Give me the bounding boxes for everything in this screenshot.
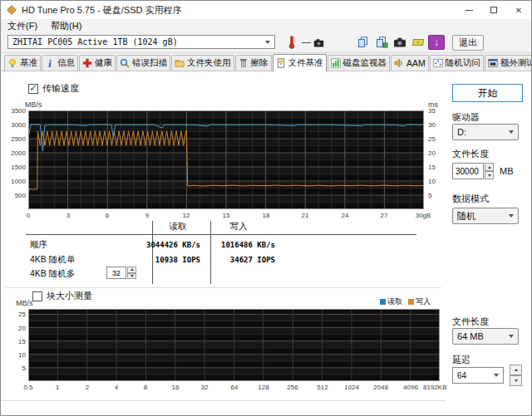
tab-label: 基准 xyxy=(20,57,37,69)
tab-file-benchmark[interactable]: 文件基准 xyxy=(273,54,327,71)
tab-label: AAM xyxy=(406,58,426,68)
chevron-down-icon xyxy=(509,214,514,218)
legend-item-read: 读取 xyxy=(380,296,402,307)
error-scan-icon xyxy=(120,58,130,68)
copy-pages-plus-button[interactable] xyxy=(373,35,390,50)
copy-pages-button[interactable] xyxy=(355,35,372,50)
arrow-up-icon xyxy=(131,268,134,271)
transfer-speed-chart xyxy=(28,110,425,210)
start-button[interactable]: 开始 xyxy=(452,84,523,102)
spin-up-button[interactable] xyxy=(485,163,494,171)
tab-error-scan[interactable]: 错误扫描 xyxy=(116,55,170,71)
x-axis-tick: 0 xyxy=(27,212,30,219)
data-mode-dropdown[interactable]: 随机 xyxy=(452,208,519,224)
x-axis-tick: 3 xyxy=(66,212,70,219)
result-row-label: 4KB 随机多 xyxy=(30,268,75,280)
x-axis-tick: 128 xyxy=(258,384,268,391)
camera-small-icon xyxy=(313,37,324,51)
chevron-down-icon xyxy=(265,41,270,44)
table-divider xyxy=(152,221,153,284)
chevron-down-icon xyxy=(509,130,514,134)
benchmark-icon xyxy=(7,58,17,68)
close-button[interactable]: ✕ xyxy=(506,1,531,19)
spin-up-button[interactable] xyxy=(510,365,522,375)
titlebar: HD Tune Pro 5.75 - 硬盘/SSD 实用程序 ✕ xyxy=(1,1,531,19)
tab-label: 错误扫描 xyxy=(132,57,167,69)
download-button[interactable]: ↓ xyxy=(428,35,445,50)
latency-combo[interactable]: 64 xyxy=(452,367,504,384)
menu-item-1[interactable]: 帮助(H) xyxy=(44,20,88,32)
random-access-icon xyxy=(433,58,443,68)
result-read-value: 10938 IOPS xyxy=(101,256,200,264)
file-length2-value: 64 MB xyxy=(457,331,484,341)
result-row-label: 顺序 xyxy=(30,239,47,251)
drive-dropdown[interactable]: D: xyxy=(452,124,519,140)
tab-benchmark[interactable]: 基准 xyxy=(4,55,41,71)
results-col-header-read: 读取 xyxy=(152,221,204,232)
latency-label: 延迟 xyxy=(452,354,470,366)
download-icon: ↓ xyxy=(434,37,439,47)
tab-erase[interactable]: 擦除 xyxy=(235,55,272,71)
copy-pages-icon xyxy=(357,37,370,48)
legend-label: 写入 xyxy=(416,296,431,307)
app-icon xyxy=(6,4,17,16)
drive-select-value: ZHITAI PC005 Active 1TB (1024 gB) xyxy=(12,37,178,46)
left-axis-tick: 2000 xyxy=(4,149,26,157)
folder-usage-icon xyxy=(175,58,185,68)
minimize-button[interactable] xyxy=(456,1,481,19)
queue-depth-value[interactable]: 32 xyxy=(106,267,126,279)
toolbar: ZHITAI PC005 Active 1TB (1024 gB) — ↓ 退出 xyxy=(1,33,531,53)
x-axis-tick: 32 xyxy=(201,384,209,391)
extra-tests-icon xyxy=(488,58,498,68)
tab-random-access[interactable]: 随机访问 xyxy=(430,55,484,71)
menubar: 文件(F)帮助(H) xyxy=(1,19,531,33)
drive-select-dropdown[interactable]: ZHITAI PC005 Active 1TB (1024 gB) xyxy=(7,35,275,49)
block-size-toggle: 块大小测量 xyxy=(32,290,92,302)
x-axis-tick: 2 xyxy=(86,384,89,391)
tab-health[interactable]: 健康 xyxy=(79,55,116,71)
spin-down-button[interactable] xyxy=(127,273,136,280)
x-axis-tick: 64 xyxy=(231,384,239,391)
x-axis-tick: 512 xyxy=(317,384,328,391)
x-axis-tick: 1 xyxy=(56,384,59,391)
window-title: HD Tune Pro 5.75 - 硬盘/SSD 实用程序 xyxy=(22,4,182,17)
camera-button[interactable] xyxy=(392,35,408,50)
tab-label: 信息 xyxy=(57,57,75,69)
arrow-down-icon xyxy=(515,379,518,382)
info-icon: i xyxy=(45,58,55,68)
spin-down-button[interactable] xyxy=(485,171,494,179)
spin-down-button[interactable] xyxy=(510,375,522,386)
tab-folder-usage[interactable]: 文件夹使用 xyxy=(171,55,234,71)
menu-item-0[interactable]: 文件(F) xyxy=(1,20,44,32)
left-axis-tick: 500 xyxy=(4,192,26,199)
legend: 读取写入 xyxy=(380,296,431,307)
transfer-speed-checkbox[interactable] xyxy=(28,84,38,94)
tab-info[interactable]: i信息 xyxy=(42,55,78,71)
tab-extra-tests[interactable]: 额外测试 xyxy=(485,55,532,71)
tab-aam[interactable]: AAM xyxy=(391,55,429,71)
drive-dropdown-value: D: xyxy=(457,127,466,137)
maximize-button[interactable] xyxy=(481,1,506,19)
x-axis-tick: 0.5 xyxy=(23,384,32,391)
exit-button[interactable]: 退出 xyxy=(452,35,484,51)
block-size-checkbox[interactable] xyxy=(32,291,42,301)
result-read-value: 3044426 KB/s xyxy=(101,241,200,249)
chevron-down-icon xyxy=(509,335,514,338)
file-length-label: 文件长度 xyxy=(452,148,489,160)
close-icon: ✕ xyxy=(515,6,522,15)
right-axis-tick: 15 xyxy=(428,164,436,171)
x-axis-tick: 18 xyxy=(263,212,270,219)
left-axis-unit: MB/s xyxy=(16,299,33,307)
latency-value: 64 xyxy=(457,371,466,380)
divider xyxy=(6,287,441,288)
file-length2-dropdown[interactable]: 64 MB xyxy=(452,328,519,345)
tab-disk-monitor[interactable]: 磁盘监视器 xyxy=(328,55,391,71)
latency-spinner xyxy=(510,365,522,386)
banknote-button[interactable] xyxy=(410,35,426,50)
spin-up-button[interactable] xyxy=(127,267,136,273)
maximize-icon xyxy=(490,7,497,13)
file-length-input[interactable]: 30000 xyxy=(452,163,484,179)
right-axis-tick: 10 xyxy=(428,178,436,185)
x-axis-tick: 1024 xyxy=(344,384,359,391)
x-axis-tick: 8 xyxy=(144,384,147,391)
